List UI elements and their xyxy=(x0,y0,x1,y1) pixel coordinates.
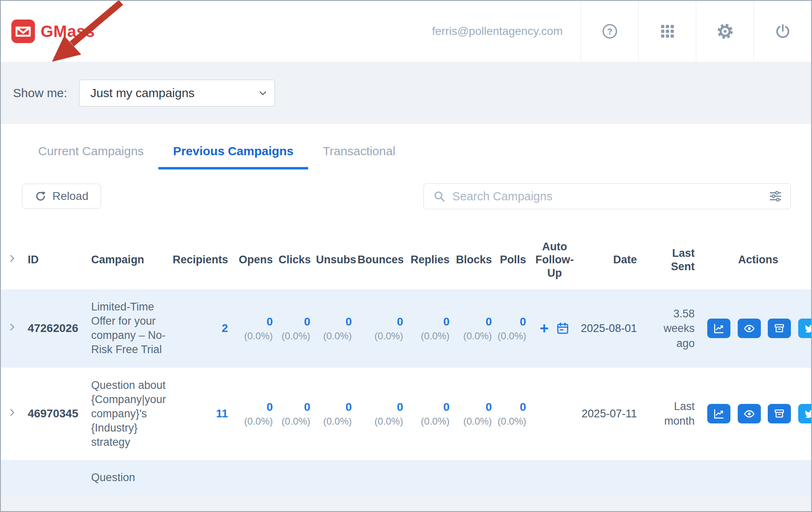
table-header-row: ID Campaign Recipients Opens Clicks Unsu… xyxy=(1,230,811,289)
archive-icon xyxy=(773,323,785,334)
chart-icon xyxy=(713,323,725,334)
bounces-count[interactable]: 0 xyxy=(358,315,403,328)
polls-count[interactable]: 0 xyxy=(498,315,526,328)
blocks-pct: (0.0%) xyxy=(455,416,492,427)
reload-label: Reload xyxy=(52,190,89,203)
campaigns-table: ID Campaign Recipients Opens Clicks Unsu… xyxy=(1,230,811,495)
apps-grid-button[interactable] xyxy=(638,1,696,62)
expand-row-icon[interactable] xyxy=(7,322,17,332)
twitter-share-button[interactable] xyxy=(798,404,812,423)
show-me-select-wrap: Just my campaigns xyxy=(79,80,275,106)
column-header-opens: Opens xyxy=(234,230,279,289)
unsubs-count[interactable]: 0 xyxy=(316,401,352,414)
bounces-pct: (0.0%) xyxy=(358,416,403,427)
clicks-pct: (0.0%) xyxy=(279,330,310,342)
last-sent: Last month xyxy=(648,368,705,460)
campaign-date: 2025-08-01 xyxy=(577,289,648,367)
svg-text:?: ? xyxy=(607,26,612,37)
unsubs-pct: (0.0%) xyxy=(316,416,352,427)
column-header-date: Date xyxy=(577,230,648,289)
filter-bar: Show me: Just my campaigns xyxy=(1,62,811,124)
archive-button[interactable] xyxy=(768,404,791,423)
show-me-select[interactable]: Just my campaigns xyxy=(79,80,275,106)
bounces-pct: (0.0%) xyxy=(358,330,403,342)
view-button[interactable] xyxy=(738,404,761,423)
auto-followup-cell xyxy=(532,368,577,460)
view-button[interactable] xyxy=(738,319,761,338)
campaign-title: Question about {Company|your company}'s … xyxy=(83,368,170,460)
filter-sliders-icon[interactable] xyxy=(769,189,782,203)
report-button[interactable] xyxy=(707,404,730,423)
column-header-replies: Replies xyxy=(409,230,455,289)
archive-button[interactable] xyxy=(768,319,791,338)
schedule-followup-icon[interactable] xyxy=(556,321,570,335)
search-box xyxy=(423,183,791,209)
gmass-logo: GMass xyxy=(1,1,95,62)
tab-transactional[interactable]: Transactional xyxy=(308,144,410,169)
table-row: Question xyxy=(1,460,811,495)
column-header-blocks: Blocks xyxy=(455,230,497,289)
campaign-tabs: Current Campaigns Previous Campaigns Tra… xyxy=(1,124,811,169)
settings-button[interactable] xyxy=(696,1,754,62)
help-button[interactable]: ? xyxy=(581,1,638,62)
opens-pct: (0.0%) xyxy=(234,416,273,427)
expand-row-icon[interactable] xyxy=(7,407,17,418)
gear-icon xyxy=(717,23,734,40)
bounces-count[interactable]: 0 xyxy=(358,401,403,414)
recipients-count[interactable]: 2 xyxy=(222,322,228,334)
campaign-id: 46970345 xyxy=(28,407,78,420)
replies-count[interactable]: 0 xyxy=(409,401,449,414)
column-header-polls: Polls xyxy=(498,230,532,289)
account-email: ferris@pollentagency.com xyxy=(414,1,581,62)
help-icon: ? xyxy=(601,23,618,40)
opens-pct: (0.0%) xyxy=(234,330,273,342)
unsubs-count[interactable]: 0 xyxy=(316,315,352,328)
campaign-title: Limited-Time Offer for your company – No… xyxy=(83,289,170,367)
clicks-count[interactable]: 0 xyxy=(279,401,310,414)
power-icon xyxy=(774,23,791,40)
reload-icon xyxy=(35,190,47,202)
table-toolbar: Reload xyxy=(1,169,811,218)
tab-previous-campaigns[interactable]: Previous Campaigns xyxy=(158,144,308,169)
add-followup-button[interactable]: + xyxy=(540,320,549,337)
campaigns-card: Current Campaigns Previous Campaigns Tra… xyxy=(1,124,811,495)
campaign-title: Question xyxy=(83,460,170,495)
polls-pct: (0.0%) xyxy=(498,416,526,427)
clicks-pct: (0.0%) xyxy=(279,416,310,427)
opens-count[interactable]: 0 xyxy=(234,315,273,328)
search-icon xyxy=(433,190,446,203)
expand-all-icon[interactable] xyxy=(7,253,17,264)
campaign-date: 2025-07-11 xyxy=(577,368,648,460)
blocks-count[interactable]: 0 xyxy=(455,401,492,414)
unsubs-pct: (0.0%) xyxy=(316,330,352,342)
opens-count[interactable]: 0 xyxy=(234,401,273,414)
column-header-clicks: Clicks xyxy=(279,230,316,289)
column-header-recipients: Recipients xyxy=(169,230,233,289)
report-button[interactable] xyxy=(707,319,730,338)
polls-pct: (0.0%) xyxy=(498,330,526,342)
blocks-pct: (0.0%) xyxy=(455,330,492,342)
search-input[interactable] xyxy=(452,190,769,203)
recipients-count[interactable]: 11 xyxy=(216,407,228,420)
twitter-share-button[interactable] xyxy=(798,319,812,338)
top-bar-right: ferris@pollentagency.com ? xyxy=(414,1,811,62)
column-header-auto-followup: Auto Follow-Up xyxy=(532,230,577,289)
replies-pct: (0.0%) xyxy=(409,416,449,427)
logout-button[interactable] xyxy=(754,1,811,62)
column-header-bounces: Bounces xyxy=(358,230,409,289)
table-row: 47262026 Limited-Time Offer for your com… xyxy=(1,289,811,367)
gmass-logo-icon xyxy=(11,20,35,43)
column-header-campaign: Campaign xyxy=(83,230,170,289)
reload-button[interactable]: Reload xyxy=(22,184,101,209)
campaign-id: 47262026 xyxy=(28,322,78,334)
polls-count[interactable]: 0 xyxy=(498,401,526,414)
brand-name: GMass xyxy=(41,22,95,41)
column-header-last-sent: Last Sent xyxy=(648,230,705,289)
column-header-actions: Actions xyxy=(705,230,811,289)
twitter-icon xyxy=(804,323,812,334)
blocks-count[interactable]: 0 xyxy=(455,315,492,328)
eye-icon xyxy=(743,323,755,334)
replies-count[interactable]: 0 xyxy=(409,315,449,328)
tab-current-campaigns[interactable]: Current Campaigns xyxy=(24,144,158,169)
clicks-count[interactable]: 0 xyxy=(279,315,310,328)
